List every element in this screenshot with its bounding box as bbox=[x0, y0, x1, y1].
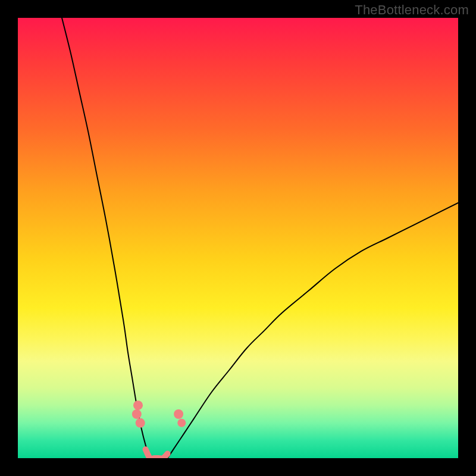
chart-stage: TheBottleneck.com bbox=[0, 0, 476, 476]
gradient-bg bbox=[18, 18, 458, 458]
watermark-text: TheBottleneck.com bbox=[355, 2, 469, 18]
plot-area bbox=[18, 18, 458, 458]
